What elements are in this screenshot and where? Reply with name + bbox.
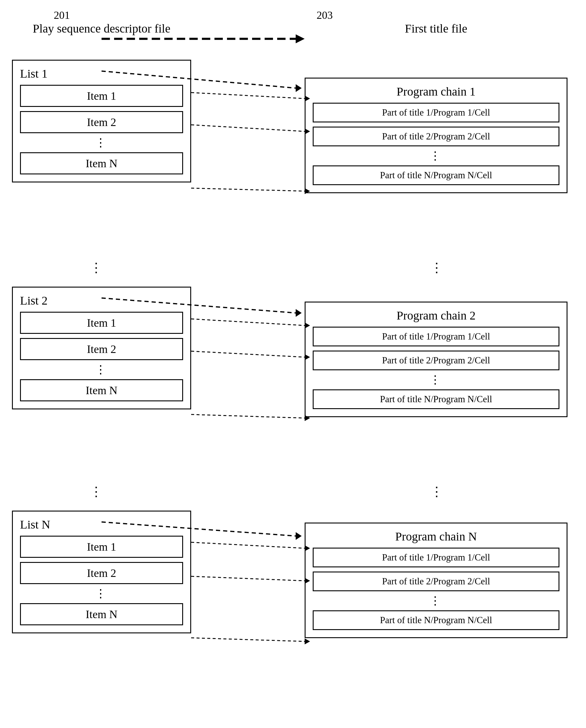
chain-1-part-1: Part of title 1/Program 1/Cell [313,103,559,123]
svg-line-20 [191,542,305,548]
inter-dots-lists-1-2: ⋮ [90,260,105,275]
svg-marker-19 [296,532,302,540]
svg-marker-11 [296,309,302,317]
list-2-dots: ⋮ [20,363,183,376]
list-2-item-2: Item 2 [20,338,183,360]
chain-1-part-n: Part of title N/Program N/Cell [313,165,559,185]
svg-line-22 [191,576,305,581]
chain-2-dots: ⋮ [313,373,559,386]
chain-n-dots: ⋮ [313,594,559,607]
list-n-label: List N [20,518,183,531]
list-1-item-n: Item N [20,152,183,174]
list-n-dots: ⋮ [20,587,183,600]
svg-line-6 [191,125,305,131]
list-1-group: List 1 Item 1 Item 2 ⋮ Item N [12,60,191,182]
left-col-title: Play sequence descriptor file [12,21,191,36]
inter-dots-lists-2-n: ⋮ [90,484,105,499]
list-1-dots: ⋮ [20,136,183,149]
chain-2-part-1: Part of title 1/Program 1/Cell [313,327,559,346]
chain-n-group: Program chain N Part of title 1/Program … [305,523,567,638]
svg-line-16 [191,414,305,418]
chain-n-part-1: Part of title 1/Program 1/Cell [313,548,559,567]
svg-line-4 [191,93,305,99]
list-n-group: List N Item 1 Item 2 ⋮ Item N [12,511,191,633]
chain-2-group: Program chain 2 Part of title 1/Program … [305,302,567,417]
svg-marker-3 [296,84,302,92]
right-col-title: First title file [305,21,567,36]
chain-2-part-n: Part of title N/Program N/Cell [313,389,559,409]
list-1-label: List 1 [20,67,183,81]
list-2-label: List 2 [20,293,183,308]
list-n-item-n: Item N [20,603,183,625]
chain-1-dots: ⋮ [313,149,559,162]
chain-1-group: Program chain 1 Part of title 1/Program … [305,78,567,193]
chain-n-part-n: Part of title N/Program N/Cell [313,610,559,630]
svg-line-12 [191,319,305,326]
inter-dots-chains-2-n: ⋮ [430,484,445,499]
ref-number-201: 201 [54,9,70,22]
list-1-item-2: Item 2 [20,111,183,133]
chain-n-part-2: Part of title 2/Program 2/Cell [313,572,559,591]
chain-n-label: Program chain N [313,529,559,543]
list-1-item-1: Item 1 [20,85,183,107]
list-2-item-n: Item N [20,379,183,401]
inter-dots-chains-1-2: ⋮ [430,260,445,275]
chain-1-part-2: Part of title 2/Program 2/Cell [313,127,559,146]
svg-line-24 [191,638,305,642]
list-n-item-2: Item 2 [20,562,183,584]
list-2-item-1: Item 1 [20,312,183,334]
list-n-item-1: Item 1 [20,536,183,558]
chain-2-part-2: Part of title 2/Program 2/Cell [313,350,559,370]
svg-line-14 [191,351,305,357]
svg-marker-25 [305,639,310,644]
svg-line-8 [191,188,305,191]
ref-number-203: 203 [316,9,333,22]
svg-marker-1 [296,34,305,43]
chain-2-label: Program chain 2 [313,309,559,322]
list-2-group: List 2 Item 1 Item 2 ⋮ Item N [12,287,191,409]
chain-1-label: Program chain 1 [313,84,559,99]
